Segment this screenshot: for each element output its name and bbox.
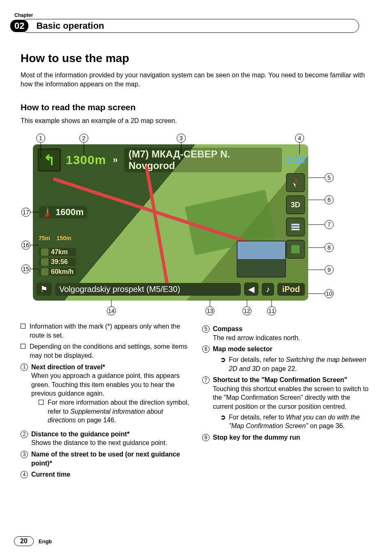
intro-paragraph: Most of the information provided by your… (21, 71, 371, 88)
reference-arrow-icon: ➲ (220, 355, 226, 373)
item-title: Distance to the guidance point* (31, 430, 167, 439)
note-text: Depending on the conditions and settings… (30, 342, 190, 360)
cross-reference: ➲ For details, refer to What you can do … (220, 413, 371, 431)
item-title: Stop key for the dummy run (213, 433, 300, 442)
right-column: 5 Compass The red arrow indicates north.… (202, 322, 371, 479)
item-6: 6 Map mode selector ➲ For details, refer… (202, 345, 371, 373)
number-badge: 2 (21, 431, 28, 438)
item-title: Compass (213, 324, 300, 334)
item-body: When you approach a guidance point, this… (31, 371, 190, 398)
language-label: Engb (39, 538, 52, 544)
subsection-caption: This example shows an example of a 2D ma… (21, 117, 371, 125)
reference-text: For details, refer to What you can do wi… (229, 413, 371, 431)
chapter-header: 02 Basic operation (10, 19, 371, 33)
page-number: 20 (14, 536, 34, 546)
item-3: 3 Name of the street to be used (or next… (21, 450, 190, 468)
chapter-label: Chapter (14, 12, 371, 18)
item-7: 7 Shortcut to the "Map Confirmation Scre… (202, 375, 371, 431)
section-heading: How to use the map (21, 52, 371, 65)
number-badge: 4 (21, 471, 28, 478)
item-5: 5 Compass The red arrow indicates north. (202, 324, 371, 342)
item-2: 2 Distance to the guidance point* Shows … (21, 430, 190, 447)
description-columns: Information with the mark (*) appears on… (21, 322, 371, 479)
sub-note-text: For more information about the direction… (48, 398, 190, 425)
number-badge: 1 (21, 364, 28, 371)
item-title: Next direction of travel* (31, 363, 190, 372)
header-title: Basic operation (29, 21, 104, 31)
callout-leader-lines (21, 134, 371, 315)
number-badge: 8 (202, 434, 210, 441)
map-figure: ↰ 1300m » (M7) МКАД-СЕВЕР N. Novgorod 3:… (21, 134, 371, 315)
item-1: 1 Next direction of travel* When you app… (21, 363, 190, 427)
item-title: Name of the street to be used (or next g… (31, 450, 190, 468)
note-item: Depending on the conditions and settings… (21, 342, 190, 360)
item-body: Shows the distance to the next guidance … (31, 438, 167, 447)
item-title: Current time (31, 470, 70, 479)
square-bullet-icon (39, 400, 44, 405)
note-item: Information with the mark (*) appears on… (21, 322, 190, 340)
note-text: Information with the mark (*) appears on… (30, 322, 190, 340)
number-badge: 5 (202, 325, 210, 333)
item-8: 8 Stop key for the dummy run (202, 433, 371, 442)
square-bullet-icon (21, 344, 25, 349)
chapter-number-badge: 02 (10, 20, 28, 32)
square-bullet-icon (21, 324, 25, 329)
sub-note: For more information about the direction… (39, 398, 190, 425)
subsection-heading: How to read the map screen (21, 102, 371, 112)
item-body: Touching this shortcut enables the scree… (213, 385, 371, 411)
header-title-wrap: Basic operation (21, 19, 359, 33)
number-badge: 7 (202, 376, 210, 384)
item-body: The red arrow indicates north. (213, 334, 300, 343)
cross-reference: ➲ For details, refer to Switching the ma… (220, 355, 371, 373)
page-footer: 20 Engb (14, 536, 52, 546)
number-badge: 3 (21, 451, 28, 458)
item-4: 4 Current time (21, 470, 190, 479)
number-badge: 6 (202, 345, 210, 353)
reference-text: For details, refer to Switching the map … (229, 355, 371, 373)
reference-arrow-icon: ➲ (220, 413, 226, 431)
item-title: Map mode selector (213, 345, 371, 354)
left-column: Information with the mark (*) appears on… (21, 322, 190, 479)
item-title: Shortcut to the "Map Confirmation Screen… (213, 375, 371, 385)
